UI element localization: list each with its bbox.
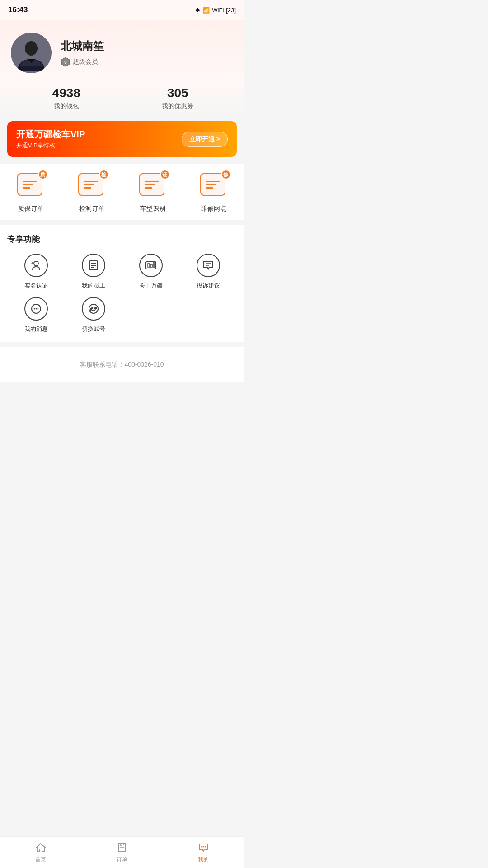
svg-text:V: V <box>64 61 67 65</box>
profile-top: 北城南笙 V 超级会员 <box>11 33 233 73</box>
status-bar: 16:43 ✱ 📶 WiFi [23] <box>0 0 244 20</box>
switch-icon <box>82 297 105 321</box>
icon-line <box>84 184 94 185</box>
repair-label: 维修网点 <box>201 205 226 213</box>
vip-banner-left: 开通万疆检车VIP 开通VIP享特权 <box>16 128 85 150</box>
signal-icon: 📶 <box>202 7 210 14</box>
exclusive-staff-label: 我的员工 <box>82 282 105 290</box>
complaint-icon <box>197 254 220 277</box>
warranty-icon-wrap: 质 <box>17 173 44 200</box>
icon-line <box>23 187 30 189</box>
inspection-icon-lines <box>81 178 100 191</box>
about-icon <box>139 254 163 277</box>
inspection-badge: 检 <box>99 170 109 179</box>
exclusive-message[interactable]: 我的消息 <box>7 297 65 333</box>
icon-line <box>145 187 152 189</box>
wallet-stat[interactable]: 4938 我的钱包 <box>11 86 122 110</box>
exclusive-section: 专享功能 实名认证 我的员工 <box>0 225 244 342</box>
inspection-icon-wrap: 检 <box>78 173 105 200</box>
exclusive-grid: 实名认证 我的员工 <box>7 254 237 333</box>
exclusive-identity[interactable]: 实名认证 <box>7 254 65 290</box>
icon-line <box>84 187 91 189</box>
icon-line <box>206 181 220 182</box>
svg-point-18 <box>37 308 38 310</box>
svg-rect-10 <box>148 264 150 267</box>
warranty-badge: 质 <box>38 170 48 179</box>
icon-line <box>23 181 37 182</box>
coupon-number: 305 <box>167 86 188 100</box>
customer-service-section: 客服联系电话：400-0026-010 <box>0 347 244 382</box>
bluetooth-icon: ✱ <box>195 7 200 14</box>
exclusive-about-label: 关于万疆 <box>139 282 163 290</box>
exclusive-complaint-label: 投诉建议 <box>197 282 220 290</box>
action-inspection[interactable]: 检 检测订单 <box>61 173 122 213</box>
vip-badge[interactable]: V 超级会员 <box>61 57 104 67</box>
repair-badge: 修 <box>221 170 231 179</box>
exclusive-complaint[interactable]: 投诉建议 <box>179 254 237 290</box>
stats-row: 4938 我的钱包 305 我的优惠券 <box>11 86 233 110</box>
profile-name: 北城南笙 <box>61 39 104 53</box>
icon-line <box>206 184 216 185</box>
profile-section: 北城南笙 V 超级会员 4938 我的钱包 305 我的优惠券 <box>0 20 244 121</box>
profile-info: 北城南笙 V 超级会员 <box>61 39 104 67</box>
battery-icon: [23] <box>226 7 236 14</box>
quick-actions: 质 质保订单 检 检测订单 证 <box>0 164 244 220</box>
exclusive-message-label: 我的消息 <box>24 325 48 333</box>
wallet-label: 我的钱包 <box>54 102 79 110</box>
id-icon <box>24 254 48 277</box>
vip-open-button[interactable]: 立即开通 > <box>182 132 228 147</box>
icon-line <box>23 184 33 185</box>
coupon-label: 我的优惠券 <box>162 102 193 110</box>
icon-line <box>145 181 159 182</box>
exclusive-title: 专享功能 <box>7 234 237 245</box>
svg-rect-11 <box>150 264 152 267</box>
status-time: 16:43 <box>8 5 28 14</box>
exclusive-identity-label: 实名认证 <box>24 282 48 290</box>
svg-rect-12 <box>153 263 155 267</box>
exclusive-staff[interactable]: 我的员工 <box>65 254 122 290</box>
inspection-label: 检测订单 <box>79 205 104 213</box>
svg-point-17 <box>35 308 37 310</box>
vip-banner-subtitle: 开通VIP享特权 <box>16 142 85 150</box>
cartype-badge: 证 <box>160 170 170 179</box>
exclusive-about[interactable]: 关于万疆 <box>122 254 179 290</box>
svg-point-4 <box>34 261 38 266</box>
cartype-icon-lines <box>142 178 161 191</box>
avatar[interactable] <box>11 33 52 73</box>
message-icon <box>24 297 48 321</box>
vip-hex-icon: V <box>61 57 70 67</box>
status-icons: ✱ 📶 WiFi [23] <box>195 7 236 14</box>
icon-line <box>145 184 155 185</box>
vip-label: 超级会员 <box>73 58 98 66</box>
exclusive-switch[interactable]: 切换账号 <box>65 297 122 333</box>
wifi-icon: WiFi <box>212 7 224 14</box>
vip-banner-title: 开通万疆检车VIP <box>16 128 85 141</box>
svg-point-1 <box>25 41 38 56</box>
customer-service-text: 客服联系电话：400-0026-010 <box>80 361 164 368</box>
vip-banner[interactable]: 开通万疆检车VIP 开通VIP享特权 立即开通 > <box>7 121 237 157</box>
repair-icon-lines <box>203 178 222 191</box>
action-cartype[interactable]: 证 车型识别 <box>122 173 183 213</box>
action-warranty[interactable]: 质 质保订单 <box>0 173 61 213</box>
cartype-label: 车型识别 <box>140 205 165 213</box>
warranty-icon-lines <box>20 178 39 191</box>
action-repair[interactable]: 修 维修网点 <box>183 173 244 213</box>
cartype-icon-wrap: 证 <box>139 173 166 200</box>
staff-icon <box>82 254 105 277</box>
svg-point-16 <box>33 308 35 310</box>
warranty-label: 质保订单 <box>18 205 43 213</box>
icon-line <box>206 187 213 189</box>
coupon-stat[interactable]: 305 我的优惠券 <box>122 86 234 110</box>
icon-line <box>84 181 98 182</box>
exclusive-switch-label: 切换账号 <box>82 325 105 333</box>
wallet-number: 4938 <box>52 86 80 100</box>
repair-icon-wrap: 修 <box>200 173 227 200</box>
